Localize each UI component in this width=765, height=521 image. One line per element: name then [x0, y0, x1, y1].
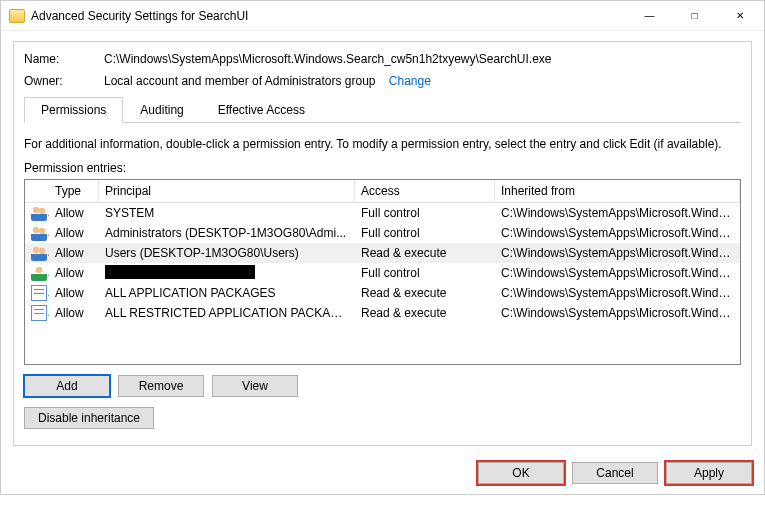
name-row: Name: C:\Windows\SystemApps\Microsoft.Wi… — [24, 52, 741, 66]
cell-type: Allow — [49, 204, 99, 222]
users-icon — [31, 225, 47, 241]
table-row[interactable]: Allow ALL RESTRICTED APPLICATION PACKAGE… — [25, 303, 740, 323]
content-outer: Name: C:\Windows\SystemApps\Microsoft.Wi… — [1, 31, 764, 454]
cell-access: Read & execute — [355, 244, 495, 262]
table-row[interactable]: Allow Full control C:\Windows\SystemApps… — [25, 263, 740, 283]
cell-access: Read & execute — [355, 284, 495, 302]
cell-principal: Administrators (DESKTOP-1M3OG80\Admi... — [99, 224, 355, 242]
col-inherited-header[interactable]: Inherited from — [495, 180, 740, 202]
cell-principal: ALL RESTRICTED APPLICATION PACKAGES — [99, 304, 355, 322]
apply-button[interactable]: Apply — [666, 462, 752, 484]
table-row[interactable]: Allow ALL APPLICATION PACKAGES Read & ex… — [25, 283, 740, 303]
cell-type: Allow — [49, 264, 99, 282]
owner-text: Local account and member of Administrato… — [104, 74, 375, 88]
tab-permissions[interactable]: Permissions — [24, 97, 123, 123]
col-icon-header — [25, 180, 49, 202]
disable-inheritance-button[interactable]: Disable inheritance — [24, 407, 154, 429]
col-type-header[interactable]: Type — [49, 180, 99, 202]
cell-access: Full control — [355, 224, 495, 242]
cell-access: Full control — [355, 204, 495, 222]
table-row[interactable]: Allow Administrators (DESKTOP-1M3OG80\Ad… — [25, 223, 740, 243]
add-button[interactable]: Add — [24, 375, 110, 397]
remove-button[interactable]: Remove — [118, 375, 204, 397]
owner-label: Owner: — [24, 74, 104, 88]
col-principal-header[interactable]: Principal — [99, 180, 355, 202]
ok-button[interactable]: OK — [478, 462, 564, 484]
cell-type: Allow — [49, 284, 99, 302]
change-owner-link[interactable]: Change — [389, 74, 431, 88]
window-controls: — □ ✕ — [627, 2, 762, 30]
cell-inherited: C:\Windows\SystemApps\Microsoft.Windo... — [495, 204, 740, 222]
entry-buttons-row: Add Remove View — [24, 375, 741, 397]
table-row[interactable]: Allow SYSTEM Full control C:\Windows\Sys… — [25, 203, 740, 223]
cell-type: Allow — [49, 304, 99, 322]
minimize-button[interactable]: — — [627, 2, 672, 30]
cancel-button[interactable]: Cancel — [572, 462, 658, 484]
tabs: Permissions Auditing Effective Access — [24, 96, 741, 123]
users-icon — [31, 205, 47, 221]
cell-type: Allow — [49, 244, 99, 262]
cell-access: Read & execute — [355, 304, 495, 322]
tab-effective-access[interactable]: Effective Access — [201, 97, 322, 123]
folder-icon — [9, 9, 25, 23]
dialog-footer: OK Cancel Apply — [1, 454, 764, 494]
cell-access: Full control — [355, 264, 495, 282]
close-button[interactable]: ✕ — [717, 2, 762, 30]
advanced-security-window: Advanced Security Settings for SearchUI … — [0, 0, 765, 495]
table-row[interactable]: Allow Users (DESKTOP-1M3OG80\Users) Read… — [25, 243, 740, 263]
owner-value: Local account and member of Administrato… — [104, 74, 431, 88]
permission-entries-list[interactable]: Type Principal Access Inherited from All… — [24, 179, 741, 365]
name-value: C:\Windows\SystemApps\Microsoft.Windows.… — [104, 52, 552, 66]
owner-row: Owner: Local account and member of Admin… — [24, 74, 741, 88]
cell-type: Allow — [49, 224, 99, 242]
redacted-principal — [105, 265, 255, 279]
cell-inherited: C:\Windows\SystemApps\Microsoft.Windo... — [495, 244, 740, 262]
user-icon — [31, 265, 47, 281]
titlebar: Advanced Security Settings for SearchUI … — [1, 1, 764, 31]
tab-auditing[interactable]: Auditing — [123, 97, 200, 123]
info-text: For additional information, double-click… — [24, 137, 741, 151]
entries-label: Permission entries: — [24, 161, 741, 175]
cell-principal: SYSTEM — [99, 204, 355, 222]
list-header: Type Principal Access Inherited from — [25, 180, 740, 203]
cell-inherited: C:\Windows\SystemApps\Microsoft.Windo... — [495, 284, 740, 302]
package-icon — [31, 285, 47, 301]
cell-principal: ALL APPLICATION PACKAGES — [99, 284, 355, 302]
cell-principal — [99, 263, 355, 284]
cell-inherited: C:\Windows\SystemApps\Microsoft.Windo... — [495, 224, 740, 242]
content-inner: Name: C:\Windows\SystemApps\Microsoft.Wi… — [13, 41, 752, 446]
window-title: Advanced Security Settings for SearchUI — [31, 9, 627, 23]
users-icon — [31, 245, 47, 261]
view-button[interactable]: View — [212, 375, 298, 397]
name-label: Name: — [24, 52, 104, 66]
cell-inherited: C:\Windows\SystemApps\Microsoft.Windo... — [495, 304, 740, 322]
cell-inherited: C:\Windows\SystemApps\Microsoft.Windo... — [495, 264, 740, 282]
maximize-button[interactable]: □ — [672, 2, 717, 30]
package-icon — [31, 305, 47, 321]
cell-principal: Users (DESKTOP-1M3OG80\Users) — [99, 244, 355, 262]
col-access-header[interactable]: Access — [355, 180, 495, 202]
inheritance-row: Disable inheritance — [24, 407, 741, 429]
